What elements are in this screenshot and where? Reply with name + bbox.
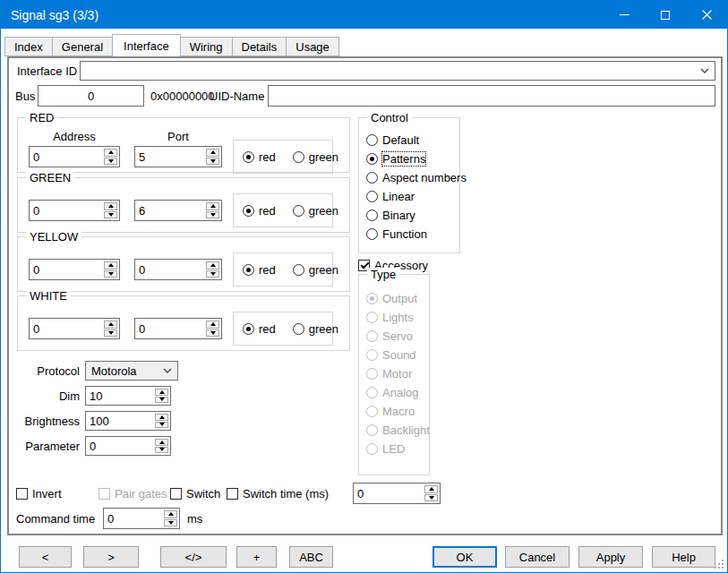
spin-down-button[interactable] xyxy=(424,494,438,502)
arrow-up-icon xyxy=(108,150,114,154)
green-port-spinbox xyxy=(134,200,222,221)
tab-index[interactable]: Index xyxy=(4,37,53,56)
spin-up-button[interactable] xyxy=(104,149,117,157)
white-aspect-green-radio[interactable]: green xyxy=(293,322,338,336)
spin-down-button[interactable] xyxy=(155,422,168,429)
tab-label: Interface xyxy=(124,39,169,53)
spin-down-button[interactable] xyxy=(206,329,219,338)
white-aspect-red-radio[interactable]: red xyxy=(243,322,276,336)
spin-buttons xyxy=(206,321,219,337)
abc-button[interactable]: ABC xyxy=(289,546,333,568)
white-address-spinbox xyxy=(29,318,120,339)
close-button[interactable] xyxy=(686,1,727,29)
tab-label: Wiring xyxy=(190,40,223,54)
radio-control-linear[interactable]: Linear xyxy=(366,190,459,203)
spin-down-button[interactable] xyxy=(104,270,117,278)
tab-label: General xyxy=(62,40,103,54)
radio-control-function[interactable]: Function xyxy=(366,227,459,241)
dim-label: Dim xyxy=(13,385,80,406)
spin-buttons xyxy=(206,149,219,165)
nav-code-button[interactable]: </> xyxy=(160,546,227,568)
spin-up-button[interactable] xyxy=(104,202,117,210)
titlebar: Signal sg3 (3/3) xyxy=(1,1,727,29)
spin-down-button[interactable] xyxy=(155,397,168,404)
spin-up-button[interactable] xyxy=(155,389,168,396)
tab-details[interactable]: Details xyxy=(232,37,287,56)
tab-interface[interactable]: Interface xyxy=(112,34,181,56)
arrow-down-icon xyxy=(108,331,114,335)
bus-field[interactable] xyxy=(38,85,144,107)
ok-button[interactable]: OK xyxy=(433,546,497,568)
help-button[interactable]: Help xyxy=(652,546,715,568)
minimize-button[interactable] xyxy=(604,1,645,29)
spin-down-button[interactable] xyxy=(104,329,117,338)
switch-time-checkbox[interactable]: Switch time (ms) xyxy=(227,487,329,500)
spin-up-button[interactable] xyxy=(155,439,168,446)
resize-grip[interactable] xyxy=(722,567,724,569)
radio-label: green xyxy=(309,204,338,218)
arrow-down-icon xyxy=(159,398,165,401)
nav-next-button[interactable]: > xyxy=(83,546,139,568)
chevron-down-icon[interactable] xyxy=(700,68,709,73)
switch-checkbox[interactable]: Switch xyxy=(170,487,220,500)
radio-control-binary[interactable]: Binary xyxy=(366,209,459,222)
add-button[interactable]: + xyxy=(236,546,277,568)
radio-icon xyxy=(243,151,254,163)
interface-id-combobox[interactable] xyxy=(80,61,715,81)
spin-up-button[interactable] xyxy=(155,414,168,421)
yellow-aspect-green-radio[interactable]: green xyxy=(293,263,338,277)
radio-control-default[interactable]: Default xyxy=(366,133,459,147)
spin-down-button[interactable] xyxy=(206,211,219,219)
tab-wiring[interactable]: Wiring xyxy=(180,37,233,56)
green-aspect-red-radio[interactable]: red xyxy=(243,204,276,218)
radio-control-patterns[interactable]: Patterns xyxy=(366,152,459,166)
spin-down-button[interactable] xyxy=(164,519,177,527)
red-aspect-red-radio[interactable]: red xyxy=(243,150,276,164)
radio-label: Aspect numbers xyxy=(382,171,467,184)
uid-name-input[interactable] xyxy=(269,86,715,106)
spin-down-button[interactable] xyxy=(206,158,219,166)
spin-buttons xyxy=(104,321,117,337)
tab-general[interactable]: General xyxy=(52,37,113,56)
spin-up-button[interactable] xyxy=(206,261,219,269)
red-address-spinbox xyxy=(29,146,120,167)
spin-buttons xyxy=(206,202,219,218)
radio-control-aspect-numbers[interactable]: Aspect numbers xyxy=(366,171,459,184)
radio-icon xyxy=(366,153,378,165)
spin-up-button[interactable] xyxy=(104,261,117,269)
radio-label: Analog xyxy=(382,386,418,399)
spin-down-button[interactable] xyxy=(104,158,117,166)
interface-id-input[interactable] xyxy=(81,62,715,80)
spin-up-button[interactable] xyxy=(206,321,219,329)
spin-down-button[interactable] xyxy=(206,270,219,278)
spin-down-button[interactable] xyxy=(155,447,168,454)
white-port-spinbox xyxy=(134,318,222,339)
tab-usage[interactable]: Usage xyxy=(286,37,339,56)
invert-checkbox[interactable]: Invert xyxy=(16,487,62,500)
spin-down-button[interactable] xyxy=(104,211,117,219)
maximize-button[interactable] xyxy=(645,1,686,29)
apply-button[interactable]: Apply xyxy=(578,546,643,568)
radio-label: Backlight xyxy=(382,423,430,437)
radio-label: Macro xyxy=(382,405,415,418)
port-column-header: Port xyxy=(134,130,222,143)
yellow-aspect-red-radio[interactable]: red xyxy=(243,263,276,277)
radio-label: Binary xyxy=(382,209,415,222)
radio-label: red xyxy=(259,263,276,277)
radio-icon xyxy=(293,151,304,163)
spin-up-button[interactable] xyxy=(206,202,219,210)
protocol-combobox[interactable]: Motorola xyxy=(85,361,178,381)
uid-name-field[interactable] xyxy=(268,85,715,107)
nav-prev-button[interactable]: < xyxy=(19,546,72,568)
bus-input[interactable] xyxy=(39,86,143,106)
spin-up-button[interactable] xyxy=(206,149,219,157)
minimize-icon xyxy=(620,14,630,15)
cancel-button[interactable]: Cancel xyxy=(505,546,570,568)
spin-up-button[interactable] xyxy=(424,485,438,493)
red-aspect-green-radio[interactable]: green xyxy=(293,150,338,164)
arrow-up-icon xyxy=(210,322,216,326)
radio-label: green xyxy=(309,150,338,164)
spin-up-button[interactable] xyxy=(104,321,117,329)
spin-up-button[interactable] xyxy=(164,510,177,518)
green-aspect-green-radio[interactable]: green xyxy=(293,204,338,218)
